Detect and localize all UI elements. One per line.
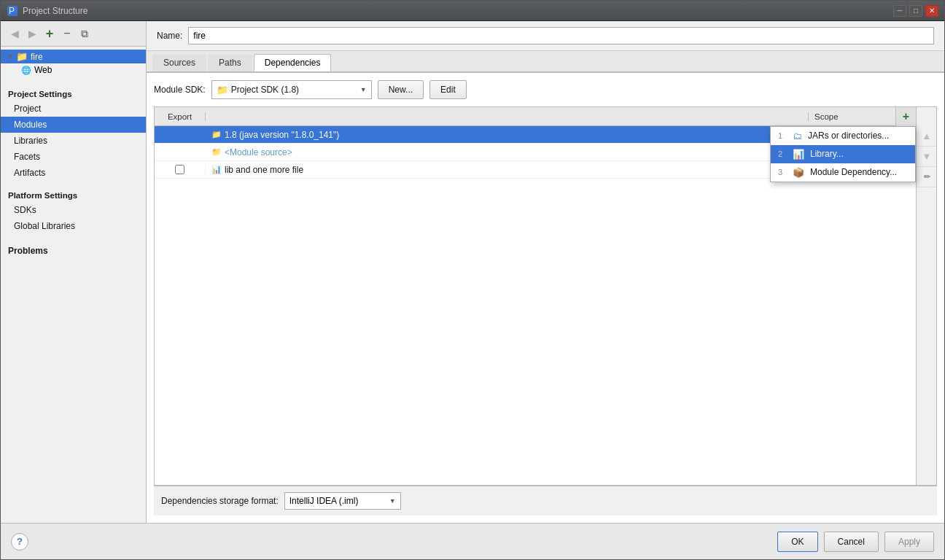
dependencies-tab-content: Module SDK: 📁 Project SDK (1.8) ▼ New...… (147, 73, 944, 523)
dep-lib-checkbox-cell[interactable] (155, 165, 206, 174)
apply-button[interactable]: Apply (884, 532, 934, 552)
close-button[interactable]: ✕ (925, 5, 938, 17)
storage-row: Dependencies storage format: IntelliJ ID… (154, 486, 937, 516)
help-button[interactable]: ? (11, 533, 28, 551)
sidebar-item-sdks[interactable]: SDKs (1, 202, 146, 218)
plus-icon: + (903, 110, 909, 123)
project-settings-header: Project Settings (1, 85, 146, 101)
app-icon: P (7, 5, 18, 17)
library-icon: 📊 (793, 149, 804, 160)
dep-sdk-name-cell: 📁 1.8 (java version "1.8.0_141") (206, 130, 828, 140)
problems-label[interactable]: Problems (1, 240, 146, 262)
move-up-button[interactable]: ▲ (917, 126, 937, 147)
jar-icon: 🗂 (793, 131, 802, 141)
tab-sources[interactable]: Sources (152, 54, 206, 71)
edit-sdk-button[interactable]: Edit (429, 80, 467, 99)
maximize-button[interactable]: □ (909, 5, 922, 17)
storage-format-select[interactable]: IntelliJ IDEA (.iml) ▼ (284, 492, 401, 510)
deps-table-header: Export Scope + 1 🗂 JARs or (155, 107, 916, 126)
web-icon: 🌐 (21, 66, 31, 75)
bottom-bar: ? OK Cancel Apply (1, 523, 944, 559)
module-sdk-label: Module SDK: (154, 85, 206, 95)
storage-chevron-icon: ▼ (389, 497, 396, 505)
dep-lib-name-cell: 📊 lib and one more file (206, 165, 828, 175)
col-export-header: Export (155, 112, 206, 121)
sidebar-item-artifacts[interactable]: Artifacts (1, 165, 146, 181)
minimize-button[interactable]: ─ (893, 5, 906, 17)
remove-button[interactable]: − (59, 26, 75, 42)
problems-section: Problems (1, 240, 146, 262)
dep-lib-name-text: lib and one more file (225, 165, 303, 175)
dep-sdk-name-text: 1.8 (java version "1.8.0_141") (225, 130, 339, 140)
sidebar-item-project[interactable]: Project (1, 101, 146, 117)
sidebar-item-libraries[interactable]: Libraries (1, 133, 146, 149)
sidebar-nav: ◀ ▶ + − ⧉ (1, 21, 146, 47)
module-sdk-select[interactable]: 📁 Project SDK (1.8) ▼ (211, 80, 372, 99)
title-bar: P Project Structure ─ □ ✕ (1, 1, 944, 21)
tab-paths[interactable]: Paths (208, 54, 252, 71)
add-library-item[interactable]: 2 📊 Library... (771, 145, 915, 163)
sdk-dep-icon: 📁 (211, 130, 222, 139)
sdk-row: Module SDK: 📁 Project SDK (1.8) ▼ New...… (154, 80, 937, 99)
edit-dep-button[interactable]: ✏ (917, 167, 937, 187)
window-controls: ─ □ ✕ (893, 5, 938, 17)
storage-label: Dependencies storage format: (161, 496, 279, 506)
cancel-button[interactable]: Cancel (824, 532, 879, 552)
name-input[interactable] (188, 27, 934, 44)
sidebar-item-facets[interactable]: Facets (1, 149, 146, 165)
dep-source-name-text: <Module source> (225, 147, 292, 158)
help-area: ? (11, 533, 28, 551)
module-tree: ▼ 📁 fire 🌐 Web (1, 47, 146, 79)
window-title: Project Structure (23, 6, 893, 16)
source-dep-icon: 📁 (211, 147, 222, 157)
platform-settings-section: Platform Settings SDKs Global Libraries (1, 187, 146, 234)
sdk-chevron-icon: ▼ (360, 86, 367, 93)
name-label: Name: (157, 31, 182, 41)
new-sdk-button[interactable]: New... (378, 80, 424, 99)
add-jars-item[interactable]: 1 🗂 JARs or directories... (771, 127, 915, 145)
tree-node-fire-label: fire (31, 52, 43, 62)
sidebar-item-modules[interactable]: Modules (1, 117, 146, 133)
tree-node-web-label: Web (34, 65, 52, 75)
back-button[interactable]: ◀ (7, 26, 23, 42)
storage-select-text: IntelliJ IDEA (.iml) (289, 496, 386, 506)
col-scope-header: Scope (808, 112, 895, 121)
platform-settings-header: Platform Settings (1, 187, 146, 202)
add-dependency-dropdown: 1 🗂 JARs or directories... 2 📊 Library..… (770, 126, 916, 182)
ok-button[interactable]: OK (777, 532, 817, 552)
tree-node-fire[interactable]: ▼ 📁 fire (1, 50, 146, 63)
add-dependency-button[interactable]: + 1 🗂 JARs or directories... (895, 107, 916, 126)
module-dep-icon: 📦 (793, 167, 804, 178)
sidebar: ◀ ▶ + − ⧉ ▼ 📁 fire 🌐 Web Pro (1, 21, 147, 523)
side-buttons: ▲ ▼ ✏ (916, 107, 936, 485)
tree-node-web[interactable]: 🌐 Web (1, 63, 146, 77)
dependencies-table: Export Scope + 1 🗂 JARs or (154, 106, 937, 486)
right-panel: Name: Sources Paths Dependencies Mo (147, 21, 944, 523)
svg-text:P: P (9, 6, 15, 16)
lib-dep-icon: 📊 (211, 165, 222, 174)
dep-lib-checkbox[interactable] (175, 165, 184, 174)
forward-button[interactable]: ▶ (24, 26, 40, 42)
add-module-button[interactable]: + (42, 26, 58, 42)
sdk-select-text: Project SDK (1.8) (231, 85, 357, 95)
tab-dependencies[interactable]: Dependencies (254, 54, 332, 71)
move-down-button[interactable]: ▼ (917, 147, 937, 167)
sidebar-item-global-libraries[interactable]: Global Libraries (1, 218, 146, 234)
chevron-icon: ▼ (7, 52, 14, 61)
project-settings-section: Project Settings Project Modules Librari… (1, 85, 146, 181)
tabs-bar: Sources Paths Dependencies (147, 51, 944, 73)
name-row: Name: (147, 21, 944, 51)
sdk-folder-icon: 📁 (217, 85, 228, 96)
main-content: ◀ ▶ + − ⧉ ▼ 📁 fire 🌐 Web Pro (1, 21, 944, 523)
copy-button[interactable]: ⧉ (77, 26, 93, 42)
dep-source-name-cell: 📁 <Module source> (206, 147, 828, 158)
add-module-dependency-item[interactable]: 3 📦 Module Dependency... (771, 163, 915, 182)
deps-table-main: Export Scope + 1 🗂 JARs or (155, 107, 916, 485)
project-structure-dialog: P Project Structure ─ □ ✕ ◀ ▶ + − ⧉ ▼ 📁 (0, 0, 945, 560)
folder-icon: 📁 (16, 51, 28, 62)
